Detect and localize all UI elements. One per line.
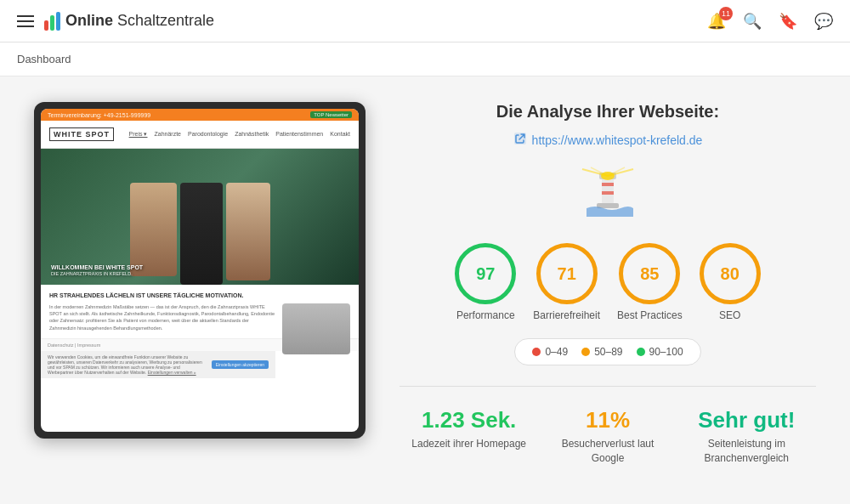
- wp-hero-subtitle: DIE ZAHNARZTPRAXIS IN KREFELD.: [51, 271, 143, 276]
- chat-icon[interactable]: 💬: [814, 12, 833, 31]
- hamburger-menu[interactable]: [17, 15, 34, 27]
- bookmark-icon[interactable]: 🔖: [779, 12, 797, 31]
- stats-divider: [400, 386, 816, 387]
- legend: 0–49 50–89 90–100: [514, 338, 700, 365]
- analysis-url: https://www.whitespot-krefeld.de: [400, 132, 816, 149]
- stat-loadtime: 1.23 Sek. Ladezeit ihrer Homepage: [400, 407, 538, 451]
- breadcrumb: Dashboard: [0, 42, 850, 76]
- stat-performance-value: Sehr gut!: [677, 407, 816, 433]
- wp-bar-text: Terminvereinbarung: +49-2151-999999: [48, 112, 150, 118]
- score-circle-accessibility: 71: [536, 243, 598, 304]
- legend-dot-green: [637, 348, 645, 356]
- score-value-best-practices: 85: [640, 264, 659, 284]
- lighthouse-icon: [400, 166, 816, 226]
- wp-hero: WILLKOMMEN BEI WHITE SPOT DIE ZAHNARZTPR…: [41, 149, 359, 285]
- wp-hero-text: WILLKOMMEN BEI WHITE SPOT DIE ZAHNARZTPR…: [51, 264, 143, 276]
- wp-logo: WHITE SPOT: [49, 127, 114, 141]
- cookie-settings-link[interactable]: Einstellungen verwalten »: [148, 370, 196, 375]
- wp-person-2: [180, 183, 223, 285]
- score-value-accessibility: 71: [558, 264, 576, 284]
- logo-bar-blue: [56, 12, 60, 31]
- stat-performance: Sehr gut! Seitenleistung imBranchenvergl…: [677, 407, 816, 466]
- analysis-panel: Die Analyse Ihrer Webseite: https://www.…: [400, 102, 816, 466]
- wp-cookie-accept-btn[interactable]: Einstellungen akzeptieren: [212, 360, 269, 369]
- wp-nav-link-5[interactable]: Patientenstimmen: [275, 131, 323, 138]
- logo-bars: [44, 12, 60, 31]
- wp-announcement-bar: Terminvereinbarung: +49-2151-999999 TOP …: [41, 109, 359, 121]
- analysis-title: Die Analyse Ihrer Webseite:: [400, 102, 816, 122]
- wp-nav-link-3[interactable]: Parodontologie: [188, 131, 228, 138]
- notification-badge: 11: [719, 7, 733, 20]
- wp-hero-title: WILLKOMMEN BEI WHITE SPOT: [51, 264, 143, 270]
- search-icon[interactable]: 🔍: [743, 12, 762, 31]
- website-url[interactable]: https://www.whitespot-krefeld.de: [532, 133, 703, 147]
- legend-item-good: 90–100: [637, 346, 683, 358]
- legend-item-bad: 0–49: [532, 346, 568, 358]
- stat-loadtime-label: Ladezeit ihrer Homepage: [400, 437, 538, 451]
- legend-label-bad: 0–49: [545, 346, 568, 358]
- legend-dot-orange: [581, 348, 590, 356]
- breadcrumb-label: Dashboard: [17, 53, 71, 65]
- stat-performance-label: Seitenleistung imBranchenvergleich: [677, 437, 816, 466]
- scores-container: 97 Performance 71 Barrierefreiheit 85 Be…: [400, 243, 816, 321]
- wp-person-3: [226, 183, 270, 280]
- wp-nav-link-4[interactable]: Zahnästhetik: [235, 131, 269, 138]
- stat-bounce: 11% Besucherverlust lautGoogle: [538, 407, 677, 466]
- wp-nav-links: Preis ▾ Zahnärzte Parodontologie Zahnäst…: [129, 131, 350, 138]
- wp-content-heading: HR STRAHLENDES LÄCHELN IST UNSERE TÄGLIC…: [49, 292, 350, 300]
- legend-label-good: 90–100: [649, 346, 683, 358]
- score-label-accessibility: Barrierefreiheit: [533, 309, 600, 321]
- logo-bar-red: [44, 20, 48, 31]
- main-content: Terminvereinbarung: +49-2151-999999 TOP …: [0, 76, 850, 491]
- score-circle-performance: 97: [455, 243, 516, 304]
- score-label-best-practices: Best Practices: [617, 309, 683, 321]
- score-label-performance: Performance: [455, 309, 516, 321]
- wp-team-image: [282, 303, 350, 354]
- wp-cookie-text: Wir verwenden Cookies, um die einwandfre…: [48, 354, 207, 375]
- external-link-icon: [513, 132, 527, 149]
- score-label-seo: SEO: [700, 309, 761, 321]
- notification-icon[interactable]: 🔔 11: [707, 12, 726, 31]
- wp-nav-link-6[interactable]: Kontakt: [330, 131, 350, 138]
- score-value-seo: 80: [721, 264, 740, 284]
- wp-content: HR STRAHLENDES LÄCHELN IST UNSERE TÄGLIC…: [41, 285, 359, 338]
- wp-footer-links[interactable]: Datenschutz | Impressum: [48, 343, 100, 348]
- score-value-performance: 97: [476, 264, 495, 284]
- score-circle-seo: 80: [700, 243, 761, 304]
- website-preview-inner: Terminvereinbarung: +49-2151-999999 TOP …: [41, 109, 359, 432]
- logo-bar-green: [50, 15, 54, 31]
- wp-nav-link-2[interactable]: Zahnärzte: [155, 131, 182, 138]
- stat-bounce-value: 11%: [538, 407, 677, 433]
- legend-item-medium: 50–89: [581, 346, 622, 358]
- stats-row: 1.23 Sek. Ladezeit ihrer Homepage 11% Be…: [400, 407, 816, 466]
- score-circle-best-practices: 85: [619, 243, 680, 304]
- wp-newsletter-btn[interactable]: TOP Newsetter: [310, 111, 352, 118]
- stat-bounce-label: Besucherverlust lautGoogle: [538, 437, 677, 466]
- logo-text: Online Schaltzentrale: [65, 12, 214, 30]
- header: Online Schaltzentrale 🔔 11 🔍 🔖 💬: [0, 0, 850, 42]
- score-item-performance: 97 Performance: [455, 243, 516, 321]
- header-right: 🔔 11 🔍 🔖 💬: [707, 12, 833, 31]
- svg-rect-6: [602, 191, 614, 195]
- legend-dot-red: [532, 348, 541, 356]
- header-left: Online Schaltzentrale: [17, 12, 214, 31]
- legend-label-medium: 50–89: [594, 346, 622, 358]
- stat-loadtime-value: 1.23 Sek.: [400, 407, 538, 433]
- wp-person-1: [130, 183, 177, 276]
- score-item-best-practices: 85 Best Practices: [617, 243, 683, 321]
- score-item-accessibility: 71 Barrierefreiheit: [533, 243, 600, 321]
- wp-cookie-bar: Wir verwenden Cookies, um die einwandfre…: [41, 351, 275, 378]
- website-preview: Terminvereinbarung: +49-2151-999999 TOP …: [34, 102, 366, 439]
- wp-nav: WHITE SPOT Preis ▾ Zahnärzte Parodontolo…: [41, 121, 359, 149]
- svg-rect-5: [602, 183, 614, 186]
- logo: Online Schaltzentrale: [44, 12, 214, 31]
- wp-nav-link-1[interactable]: Preis ▾: [129, 131, 148, 138]
- score-item-seo: 80 SEO: [700, 243, 761, 321]
